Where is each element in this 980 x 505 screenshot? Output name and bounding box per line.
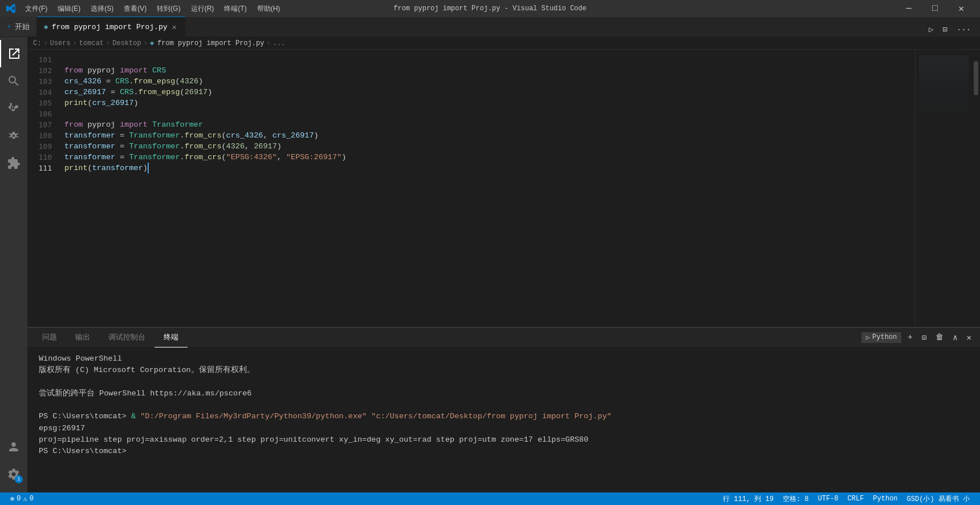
maximize-button[interactable]: □	[922, 0, 948, 17]
menu-run[interactable]: 运行(R)	[186, 3, 219, 15]
panel-split-button[interactable]: ⊡	[919, 331, 929, 344]
panel-add-button[interactable]: +	[905, 331, 915, 344]
more-actions-button[interactable]: ···	[953, 23, 974, 37]
code-line-105: print(crs_26917)	[64, 98, 915, 108]
python-breadcrumb-icon: ◈	[150, 39, 154, 47]
breadcrumb-dots[interactable]: ...	[273, 39, 286, 47]
status-language[interactable]: Python	[868, 492, 902, 505]
error-count: 0	[17, 495, 21, 503]
menu-file[interactable]: 文件(F)	[21, 3, 52, 15]
line-num-102: 102	[39, 65, 52, 76]
line-num-104: 104	[39, 87, 52, 98]
menu-help[interactable]: 帮助(H)	[253, 3, 285, 15]
term-copyright: 版权所有 (C) Microsoft Corporation。保留所有权利。	[39, 365, 969, 376]
panel-tab-problems[interactable]: 问题	[33, 328, 66, 348]
activity-settings[interactable]: 1	[0, 460, 27, 488]
menu-items: 文件(F) 编辑(E) 选择(S) 查看(V) 转到(G) 运行(R) 终端(T…	[21, 3, 284, 15]
python-file-icon: ◈	[44, 22, 48, 31]
error-icon: ⊗	[10, 495, 14, 503]
line-numbers: 101 102 103 104 105 106 107 108 109 110 …	[27, 50, 59, 327]
status-encoding[interactable]: UTF-8	[814, 492, 843, 505]
panel-trash-button[interactable]: 🗑	[933, 331, 946, 344]
activity-search[interactable]	[0, 67, 27, 95]
code-line-107: from pyproj import Transformer	[64, 119, 915, 130]
editor-scrollbar[interactable]	[972, 50, 980, 327]
line-num-105: 105	[39, 98, 52, 108]
panel-right-actions: ▷ Python + ⊡ 🗑 ∧ ✕	[861, 331, 974, 344]
panel-tab-output[interactable]: 输出	[66, 328, 99, 348]
window-controls: — □ ✕	[896, 0, 974, 17]
line-num-109: 109	[39, 141, 52, 152]
code-line-103: crs_4326 = CRS.from_epsg(4326)	[64, 76, 915, 87]
menu-goto[interactable]: 转到(G)	[152, 3, 185, 15]
code-line-110: transformer = Transformer.from_crs("EPSG…	[64, 152, 915, 163]
menu-view[interactable]: 查看(V)	[119, 3, 151, 15]
breadcrumb-file[interactable]: from pyproj import Proj.py	[157, 39, 264, 47]
term-powershell-header: Windows PowerShell	[39, 353, 969, 365]
vscode-logo-icon	[6, 3, 16, 14]
panel-chevron-up-button[interactable]: ∧	[950, 331, 960, 344]
term-command-line: PS C:\Users\tomcat> & "D:/Program Files/…	[39, 411, 969, 422]
tab-active-file[interactable]: ◈ from pyproj import Proj.py ✕	[37, 17, 185, 37]
tab-bar: ⚡ 开始 ◈ from pyproj import Proj.py ✕ ▷ ⊡ …	[0, 17, 980, 37]
activity-account[interactable]	[0, 433, 27, 460]
status-right: 行 111, 列 19 空格: 8 UTF-8 CRLF Python GSD(…	[718, 492, 974, 505]
warning-count: 0	[30, 495, 34, 503]
code-line-109: transformer = Transformer.from_crs(4326,…	[64, 141, 915, 152]
editor-area[interactable]: 101 102 103 104 105 106 107 108 109 110 …	[27, 50, 980, 327]
activity-extensions[interactable]	[0, 150, 27, 177]
close-button[interactable]: ✕	[948, 0, 974, 17]
line-num-107: 107	[39, 119, 52, 130]
menu-terminal[interactable]: 终端(T)	[219, 3, 251, 15]
line-num-101: 101	[39, 54, 52, 65]
tab-active-label: from pyproj import Proj.py	[52, 23, 168, 31]
settings-badge: 1	[15, 475, 23, 483]
status-spaces[interactable]: 空格: 8	[778, 492, 814, 505]
code-line-102: from pyproj import CRS	[64, 65, 915, 76]
code-line-111: print(transformer)	[64, 163, 915, 173]
panel-lang-label: Python	[872, 333, 897, 341]
title-bar: 文件(F) 编辑(E) 选择(S) 查看(V) 转到(G) 运行(R) 终端(T…	[0, 0, 980, 17]
activity-explorer[interactable]	[0, 40, 27, 67]
line-num-111: 111	[39, 163, 52, 173]
tab-start-label: 开始	[15, 22, 30, 32]
activity-bar: 1	[0, 37, 27, 492]
warning-icon: ⚠	[23, 495, 27, 503]
panel-close-button[interactable]: ✕	[964, 331, 974, 344]
activity-run-debug[interactable]	[0, 122, 27, 150]
breadcrumb-desktop[interactable]: Desktop	[112, 39, 141, 47]
activity-source-control[interactable]	[0, 95, 27, 122]
term-output-proj: proj=pipeline step proj=axisswap order=2…	[39, 434, 969, 446]
status-line-col[interactable]: 行 111, 列 19	[718, 492, 778, 505]
menu-edit[interactable]: 编辑(E)	[53, 3, 85, 15]
status-right-text[interactable]: GSD(小) 易看书 小	[902, 492, 974, 505]
split-editor-button[interactable]: ⊡	[939, 22, 950, 37]
code-line-101	[64, 54, 915, 65]
status-errors[interactable]: ⊗ 0 ⚠ 0	[6, 492, 38, 505]
breadcrumb-tomcat[interactable]: tomcat	[79, 39, 104, 47]
minimize-button[interactable]: —	[896, 0, 922, 17]
panel-lang-badge[interactable]: ▷ Python	[861, 332, 901, 343]
panel-tab-terminal[interactable]: 终端	[154, 328, 188, 348]
title-bar-left: 文件(F) 编辑(E) 选择(S) 查看(V) 转到(G) 运行(R) 终端(T…	[6, 3, 284, 15]
terminal-content[interactable]: Windows PowerShell 版权所有 (C) Microsoft Co…	[27, 348, 980, 492]
tab-close-button[interactable]: ✕	[171, 22, 178, 32]
breadcrumb-c[interactable]: C:	[33, 39, 41, 47]
terminal-run-icon: ▷	[866, 333, 870, 342]
vscode-tab-icon: ⚡	[7, 22, 11, 31]
code-content[interactable]: from pyproj import CRS crs_4326 = CRS.fr…	[59, 50, 915, 327]
menu-select[interactable]: 选择(S)	[86, 3, 118, 15]
tab-start[interactable]: ⚡ 开始	[0, 17, 37, 37]
code-line-108: transformer = Transformer.from_crs(crs_4…	[64, 130, 915, 141]
status-line-ending[interactable]: CRLF	[843, 492, 869, 505]
term-blank1	[39, 377, 969, 388]
term-pscore: 尝试新的跨平台 PowerShell https://aka.ms/pscore…	[39, 388, 969, 399]
run-split-button[interactable]: ▷	[925, 22, 937, 37]
panel-tab-debug[interactable]: 调试控制台	[99, 328, 154, 348]
main-layout: 1 C: › Users › tomcat › Desktop › ◈ from…	[0, 37, 980, 492]
breadcrumb-users[interactable]: Users	[50, 39, 71, 47]
minimap-content	[916, 50, 972, 130]
bottom-panel: 问题 输出 调试控制台 终端 ▷ Python + ⊡ 🗑 ∧ ✕	[27, 327, 980, 492]
scroll-thumb[interactable]	[974, 61, 978, 95]
line-num-103: 103	[39, 76, 52, 87]
